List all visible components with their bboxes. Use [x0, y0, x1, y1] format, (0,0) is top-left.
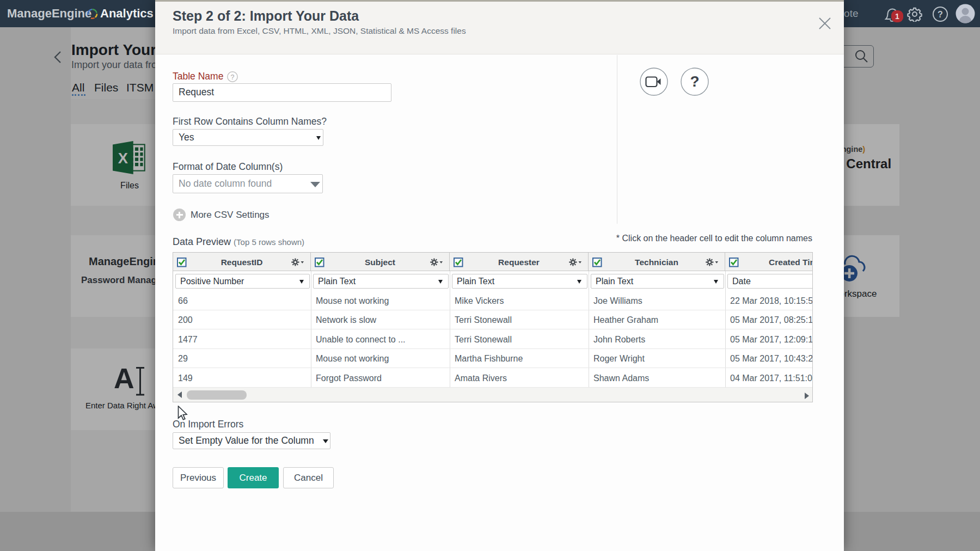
svg-text:?: ? — [231, 74, 235, 81]
svg-text:?: ? — [938, 10, 943, 19]
svg-text:?: ? — [690, 73, 699, 90]
